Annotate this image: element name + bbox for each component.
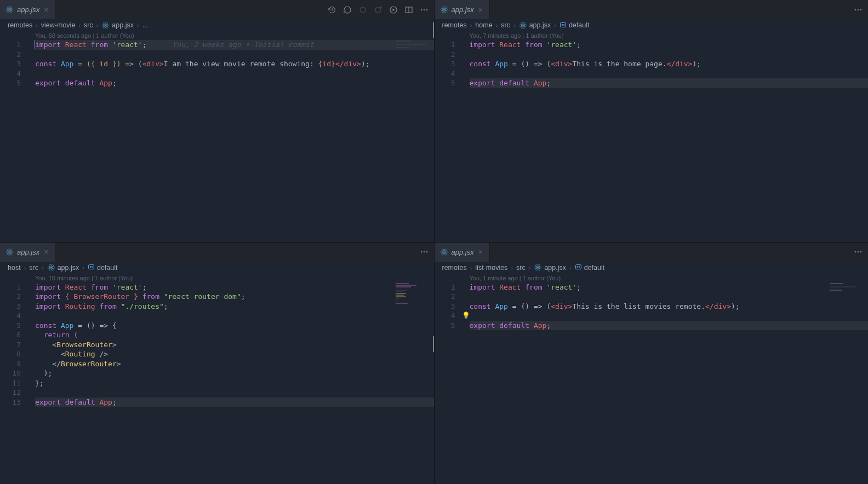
breadcrumb-item[interactable]: src — [501, 21, 510, 29]
tab-bar: app.jsx × — [435, 243, 869, 262]
code-editor[interactable]: 12345 import React from 'react'; You, 2 … — [0, 40, 434, 242]
breadcrumb-item[interactable]: app.jsx — [534, 263, 566, 272]
symbol-icon — [88, 263, 95, 272]
close-icon[interactable]: × — [477, 5, 484, 14]
tab-label: app.jsx — [17, 5, 39, 14]
breadcrumb-item[interactable]: ... — [142, 21, 148, 29]
tab-bar: app.jsx × — [0, 243, 434, 262]
authorship-lens[interactable]: You, 10 minutes ago | 1 author (You) — [0, 274, 434, 283]
code-editor[interactable]: 12345 import React from 'react'; const A… — [435, 40, 869, 242]
lightbulb-icon[interactable]: 💡 — [462, 311, 470, 321]
react-icon — [519, 21, 527, 30]
tab-bar: app.jsx × — [435, 0, 869, 19]
breadcrumb-item[interactable]: host — [8, 264, 21, 272]
close-icon[interactable]: × — [477, 247, 484, 256]
code-editor[interactable]: 12345678910111213 import React from 'rea… — [0, 283, 434, 485]
authorship-lens[interactable]: You, 7 minutes ago | 1 author (You) — [435, 31, 869, 40]
tab-label: app.jsx — [17, 248, 39, 256]
breadcrumb-item[interactable]: remotes — [442, 264, 467, 272]
code-editor[interactable]: 12345 import React from 'react'; const A… — [435, 283, 869, 485]
tab-app-jsx[interactable]: app.jsx × — [435, 0, 490, 19]
revert-icon[interactable] — [343, 5, 352, 14]
authorship-lens[interactable]: You, 60 seconds ago | 1 author (You) — [0, 31, 434, 40]
run-icon[interactable] — [389, 5, 398, 14]
breadcrumb-item[interactable]: src — [84, 21, 93, 29]
close-icon[interactable]: × — [43, 247, 49, 256]
breadcrumb-item[interactable]: src — [516, 264, 526, 272]
breadcrumb-item[interactable]: app.jsx — [519, 21, 551, 30]
breadcrumb-symbol[interactable]: default — [575, 263, 605, 272]
breadcrumbs[interactable]: host› src› app.jsx› default — [0, 262, 434, 274]
breadcrumb-symbol[interactable]: default — [559, 21, 590, 30]
react-icon — [534, 263, 542, 272]
editor-actions — [420, 247, 434, 256]
inline-blame: You, 2 weeks ago • Initial commit — [173, 41, 314, 49]
editor-pane-bottom-left: app.jsx × host› src› app.jsx› default Yo… — [0, 243, 434, 485]
more-icon[interactable] — [420, 5, 429, 14]
breadcrumbs[interactable]: remotes› view-movie› src› app.jsx› ... — [0, 19, 434, 31]
react-icon — [440, 5, 448, 14]
gutter: 12345 — [435, 40, 464, 242]
breadcrumbs[interactable]: remotes› home› src› app.jsx› default — [435, 19, 869, 31]
tab-label: app.jsx — [452, 248, 474, 256]
tab-app-jsx[interactable]: app.jsx × — [0, 243, 55, 262]
tab-bar: app.jsx × — [0, 0, 434, 19]
circle-icon[interactable] — [358, 5, 367, 14]
more-icon[interactable] — [420, 247, 429, 256]
breadcrumb-item[interactable]: src — [29, 264, 38, 272]
breadcrumb-item[interactable]: remotes — [442, 21, 467, 29]
editor-actions — [854, 247, 868, 256]
history-icon[interactable] — [328, 5, 336, 14]
gutter: 12345678910111213 — [0, 283, 30, 485]
editor-actions — [854, 5, 868, 14]
more-icon[interactable] — [854, 5, 863, 14]
tab-app-jsx[interactable]: app.jsx × — [0, 0, 55, 19]
breadcrumb-item[interactable]: remotes — [8, 21, 32, 29]
more-icon[interactable] — [854, 247, 863, 256]
breadcrumbs[interactable]: remotes› list-movies› src› app.jsx› defa… — [435, 262, 869, 274]
react-icon — [440, 248, 448, 256]
open-external-icon[interactable] — [374, 5, 382, 14]
authorship-lens[interactable]: You, 1 minute ago | 1 author (You) — [435, 274, 869, 283]
split-handle[interactable] — [433, 336, 434, 352]
react-icon — [5, 248, 14, 256]
close-icon[interactable]: × — [43, 5, 49, 14]
breadcrumb-item[interactable]: view-movie — [41, 21, 76, 29]
breadcrumb-item[interactable]: list-movies — [475, 264, 507, 272]
gutter: 12345 — [435, 283, 464, 485]
split-handle[interactable] — [433, 22, 434, 38]
breadcrumb-item[interactable]: home — [475, 21, 492, 29]
react-icon — [47, 263, 55, 272]
editor-pane-top-left: app.jsx × remotes› view-movie› src› app.… — [0, 0, 434, 242]
editor-pane-bottom-right: app.jsx × remotes› list-movies› src› app… — [435, 243, 869, 485]
tab-app-jsx[interactable]: app.jsx × — [435, 243, 490, 262]
gutter: 12345 — [0, 40, 30, 242]
editor-pane-top-right: app.jsx × remotes› home› src› app.jsx› d… — [435, 0, 869, 242]
breadcrumb-symbol[interactable]: default — [88, 263, 118, 272]
breadcrumb-item[interactable]: app.jsx — [47, 263, 79, 272]
split-editor-icon[interactable] — [404, 5, 413, 14]
tab-label: app.jsx — [452, 5, 474, 14]
symbol-icon — [559, 21, 567, 30]
editor-actions — [328, 5, 434, 14]
react-icon — [5, 5, 14, 14]
react-icon — [101, 21, 110, 30]
symbol-icon — [575, 263, 582, 272]
breadcrumb-item[interactable]: app.jsx — [101, 21, 134, 30]
